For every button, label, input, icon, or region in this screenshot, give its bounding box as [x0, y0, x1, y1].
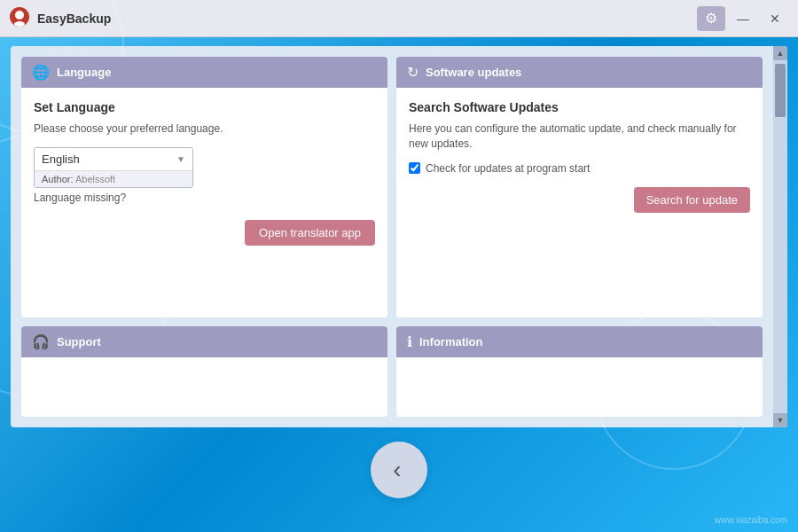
minimize-button[interactable]: —: [729, 6, 757, 31]
author-name: Abelssoft: [75, 174, 115, 184]
updates-icon: ↻: [407, 64, 419, 81]
support-panel-title: Support: [57, 335, 101, 348]
scrollbar: ▲ ▼: [773, 46, 787, 427]
info-icon: ℹ: [407, 333, 412, 350]
support-icon: 🎧: [32, 333, 50, 350]
watermark: www.xiazaiba.com: [715, 515, 787, 525]
search-update-button[interactable]: Search for update: [634, 187, 750, 213]
check-updates-label: Check for updates at program start: [426, 162, 590, 175]
support-panel: 🎧 Support: [21, 326, 387, 417]
language-select-top[interactable]: English ▼: [35, 148, 192, 170]
language-panel-title: Language: [57, 66, 111, 79]
main-window: 🌐 Language Set Language Please choose yo…: [11, 46, 787, 427]
language-missing-text: Language missing?: [34, 192, 375, 204]
language-panel: 🌐 Language Set Language Please choose yo…: [21, 57, 387, 317]
check-updates-row: Check for updates at program start: [409, 162, 750, 175]
back-button[interactable]: ‹: [371, 442, 427, 498]
selected-language: English: [42, 153, 80, 166]
updates-panel: ↻ Software updates Search Software Updat…: [396, 57, 763, 317]
svg-point-1: [15, 11, 24, 20]
scrollbar-down[interactable]: ▼: [773, 413, 787, 427]
language-icon: 🌐: [32, 64, 50, 81]
title-bar: EasyBackup ⚙ — ✕: [0, 0, 798, 37]
updates-panel-body: Search Software Updates Here you can con…: [396, 88, 763, 317]
info-panel-title: Information: [419, 335, 483, 348]
updates-panel-title: Software updates: [426, 66, 521, 79]
content-area: 🌐 Language Set Language Please choose yo…: [11, 46, 787, 427]
open-translator-button[interactable]: Open translator app: [245, 220, 375, 246]
language-select-box[interactable]: English ▼ Author: Abelssoft: [34, 147, 193, 188]
language-section-title: Set Language: [34, 100, 375, 114]
app-logo: [9, 6, 30, 31]
updates-section-title: Search Software Updates: [409, 100, 750, 114]
scrollbar-thumb[interactable]: [775, 64, 786, 117]
updates-description: Here you can configure the automatic upd…: [409, 121, 750, 152]
panels-container: 🌐 Language Set Language Please choose yo…: [11, 46, 773, 427]
back-button-container: ‹: [0, 442, 798, 498]
language-author: Author: Abelssoft: [35, 170, 192, 187]
info-panel-header[interactable]: ℹ Information: [396, 326, 763, 357]
updates-panel-header: ↻ Software updates: [396, 57, 763, 88]
check-updates-checkbox[interactable]: [409, 162, 420, 174]
support-panel-header[interactable]: 🎧 Support: [21, 326, 387, 357]
svg-point-2: [14, 21, 25, 27]
select-arrow-icon: ▼: [176, 154, 185, 164]
info-panel: ℹ Information: [396, 326, 763, 417]
app-title: EasyBackup: [37, 12, 697, 26]
scrollbar-up[interactable]: ▲: [773, 46, 787, 60]
language-panel-body: Set Language Please choose your preferre…: [21, 88, 387, 317]
settings-button[interactable]: ⚙: [697, 6, 725, 31]
author-label: Author:: [42, 174, 73, 184]
back-icon: ‹: [393, 456, 401, 484]
language-panel-header: 🌐 Language: [21, 57, 387, 88]
close-button[interactable]: ✕: [761, 6, 789, 31]
window-controls: ⚙ — ✕: [697, 6, 789, 31]
language-description: Please choose your preferred language.: [34, 121, 375, 137]
